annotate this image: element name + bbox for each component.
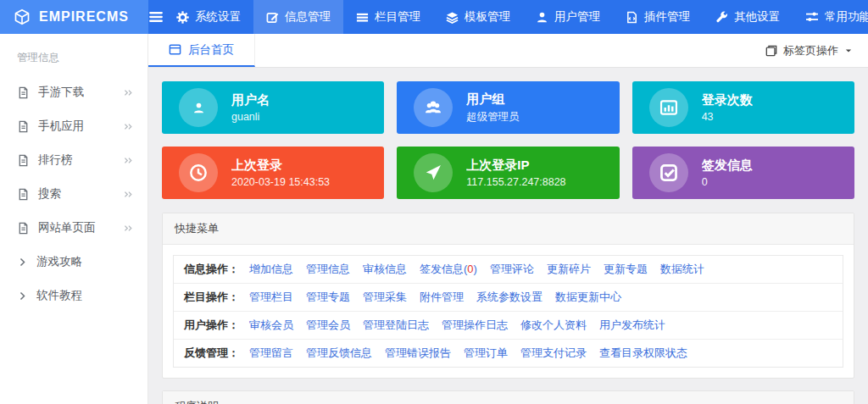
sidebar-item-label: 排行榜 [38, 152, 73, 168]
quick-link[interactable]: 管理操作日志 [442, 318, 508, 333]
program-panel-title: 程序说明 [163, 391, 854, 404]
quick-link[interactable]: 查看目录权限状态 [599, 346, 687, 361]
card-login-count[interactable]: 登录次数43 [632, 81, 854, 134]
quick-menu-row-user-ops: 用户操作：审核会员管理会员管理登陆日志管理操作日志修改个人资料用户发布统计 [174, 312, 843, 340]
sidebar-item-ranking[interactable]: 排行榜 [0, 143, 147, 177]
quick-link[interactable]: 管理反馈信息 [306, 346, 372, 361]
sidebar-item-label: 游戏攻略 [36, 254, 82, 269]
document-icon [17, 188, 30, 201]
double-chevron-icon [123, 189, 134, 200]
nav-item-plugin-management[interactable]: 插件管理 [613, 0, 703, 34]
sidebar-item-label: 网站单页面 [38, 220, 96, 235]
quick-link[interactable]: 数据统计 [660, 262, 704, 277]
quick-link[interactable]: 管理信息 [306, 262, 350, 277]
tab-dashboard[interactable]: 后台首页 [148, 34, 255, 67]
user-icon [179, 88, 218, 127]
content-area: 用户名guanli用户组超级管理员登录次数43上次登录2020-03-19 15… [148, 68, 868, 404]
chart-icon [649, 88, 688, 127]
card-title: 上次登录IP [466, 158, 565, 174]
document-icon [17, 86, 30, 99]
quick-link[interactable]: 管理会员 [306, 318, 350, 333]
card-value: 43 [702, 111, 753, 123]
card-last-login-ip[interactable]: 上次登录IP117.155.27.247:8828 [397, 147, 619, 199]
chevron-right-icon [17, 291, 28, 302]
sliders-icon [805, 10, 819, 24]
quick-menu-row-label: 信息操作： [184, 262, 239, 277]
quick-link[interactable]: 管理错误报告 [385, 346, 451, 361]
quick-link[interactable]: 签发信息(0) [420, 262, 477, 277]
quick-menu-table: 信息操作：增加信息管理信息审核信息签发信息(0)管理评论更新碎片更新专题数据统计… [173, 255, 843, 368]
wrench-icon [715, 11, 728, 24]
document-icon [17, 154, 30, 167]
cube-logo-icon [14, 8, 31, 25]
navbar-menu: 系统设置信息管理栏目管理模板管理用户管理插件管理其他设置常用功能 [164, 0, 868, 34]
top-navbar: EMPIRECMS 系统设置信息管理栏目管理模板管理用户管理插件管理其他设置常用… [0, 0, 868, 34]
quick-link[interactable]: 更新专题 [604, 262, 648, 277]
quick-link[interactable]: 增加信息 [249, 262, 293, 277]
page-layout: 管理信息 手游下载手机应用排行榜搜索网站单页面游戏攻略软件教程 后台首页 标签页… [0, 34, 868, 404]
nav-item-info-management[interactable]: 信息管理 [253, 0, 343, 34]
card-text: 用户组超级管理员 [466, 91, 520, 125]
sidebar-toggle-button[interactable] [148, 0, 164, 34]
quick-link[interactable]: 管理登陆日志 [363, 318, 429, 333]
hamburger-icon [148, 9, 164, 25]
nav-item-column-management[interactable]: 栏目管理 [343, 0, 433, 34]
quick-link[interactable]: 管理采集 [363, 290, 407, 305]
quick-link[interactable]: 用户发布统计 [599, 318, 665, 333]
sidebar-item-game-guide[interactable]: 游戏攻略 [0, 245, 147, 279]
card-value: 117.155.27.247:8828 [466, 176, 565, 188]
quick-link[interactable]: 修改个人资料 [520, 318, 587, 333]
sidebar-item-software-tutorial[interactable]: 软件教程 [0, 279, 147, 313]
card-text: 登录次数43 [702, 92, 753, 123]
nav-item-template-management[interactable]: 模板管理 [433, 0, 523, 34]
quick-link[interactable]: 审核会员 [249, 318, 293, 333]
card-value: 超级管理员 [466, 110, 520, 125]
sidebar: 管理信息 手游下载手机应用排行榜搜索网站单页面游戏攻略软件教程 [0, 34, 148, 404]
quick-link[interactable]: 管理留言 [249, 346, 293, 361]
quick-menu-row-label: 反馈管理： [184, 346, 239, 361]
sidebar-item-site-single-page[interactable]: 网站单页面 [0, 211, 147, 245]
sidebar-item-mobile-game-download[interactable]: 手游下载 [0, 75, 147, 109]
nav-item-other-settings[interactable]: 其他设置 [703, 0, 793, 34]
tab-actions-button[interactable]: 标签页操作 [750, 34, 868, 67]
sidebar-item-mobile-app[interactable]: 手机应用 [0, 109, 147, 143]
card-title: 上次登录 [231, 158, 330, 174]
quick-link[interactable]: 管理订单 [464, 346, 508, 361]
plugin-icon [626, 11, 638, 24]
card-sign-info[interactable]: 签发信息0 [632, 147, 854, 199]
user-icon [536, 11, 548, 24]
quick-link[interactable]: 更新碎片 [547, 262, 591, 277]
card-title: 用户名 [231, 92, 270, 108]
card-usergroup[interactable]: 用户组超级管理员 [397, 81, 619, 134]
card-title: 登录次数 [702, 92, 753, 108]
quick-link[interactable]: 管理支付记录 [520, 346, 587, 361]
card-last-login[interactable]: 上次登录2020-03-19 15:43:53 [162, 147, 384, 199]
app-logo-text: EMPIRECMS [39, 9, 129, 25]
sidebar-item-search[interactable]: 搜索 [0, 177, 147, 211]
nav-item-user-management[interactable]: 用户管理 [523, 0, 613, 34]
card-title: 用户组 [466, 91, 520, 108]
quick-link[interactable]: 附件管理 [420, 290, 464, 305]
list-icon [356, 11, 369, 24]
nav-item-label: 系统设置 [195, 9, 241, 25]
nav-item-system-settings[interactable]: 系统设置 [164, 0, 253, 34]
quick-link[interactable]: 管理评论 [490, 262, 534, 277]
stat-cards: 用户名guanli用户组超级管理员登录次数43上次登录2020-03-19 15… [162, 81, 854, 199]
quick-link[interactable]: 数据更新中心 [555, 290, 621, 305]
tabs-icon [765, 45, 777, 57]
quick-menu-row-info-ops: 信息操作：增加信息管理信息审核信息签发信息(0)管理评论更新碎片更新专题数据统计 [174, 256, 843, 284]
quick-link[interactable]: 审核信息 [363, 262, 407, 277]
card-text: 上次登录2020-03-19 15:43:53 [231, 158, 330, 188]
double-chevron-icon [123, 155, 134, 166]
quick-menu-title: 快捷菜单 [163, 213, 854, 245]
card-username[interactable]: 用户名guanli [162, 81, 384, 134]
app-logo: EMPIRECMS [0, 0, 148, 34]
quick-link[interactable]: 管理栏目 [249, 290, 293, 305]
quick-link[interactable]: 系统参数设置 [476, 290, 542, 305]
tab-label: 后台首页 [188, 44, 234, 56]
quick-link[interactable]: 管理专题 [306, 290, 350, 305]
card-text: 用户名guanli [231, 92, 270, 123]
nav-item-common-functions[interactable]: 常用功能 [793, 0, 868, 34]
tab-bar: 后台首页 标签页操作 [148, 34, 868, 68]
program-panel: 程序说明 [162, 390, 854, 404]
